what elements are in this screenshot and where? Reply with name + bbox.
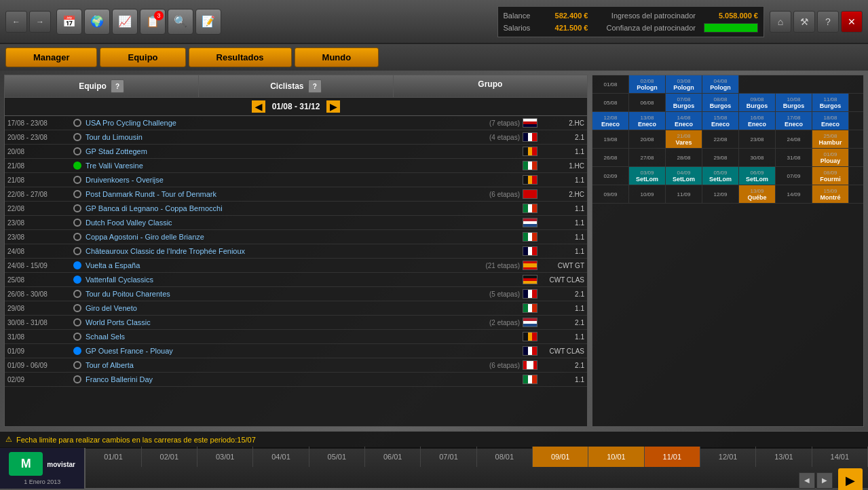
timeline-month[interactable]: 08/01 <box>477 447 533 467</box>
back-button[interactable]: ← <box>5 11 27 33</box>
chart-button[interactable]: 📈 <box>112 9 138 35</box>
race-name[interactable]: Post Danmark Rundt - Tour of Denmark <box>86 190 487 198</box>
calendar-button[interactable]: 📅 <box>56 9 82 35</box>
calendar-event[interactable]: 12/08Eneco <box>592 112 629 130</box>
sponsor-trust-label: Confianza del patrocinador <box>607 24 700 32</box>
race-name[interactable]: Tour du Poitou Charentes <box>86 290 487 298</box>
calendar-event[interactable]: 17/08Eneco <box>776 112 812 130</box>
race-name[interactable]: GP Ouest France - Plouay <box>86 347 520 355</box>
timeline-prev[interactable]: ◀ <box>799 472 815 489</box>
timeline-next[interactable]: ▶ <box>816 472 833 489</box>
race-name[interactable]: Coppa Agostoni - Giro delle Brianze <box>86 233 520 241</box>
period-next[interactable]: ▶ <box>326 100 340 113</box>
home-button[interactable]: ⌂ <box>770 11 791 33</box>
calendar-event[interactable]: 21/08Vares <box>666 130 702 148</box>
race-name[interactable]: Druivenkoers - Overijse <box>86 176 520 184</box>
calendar-event[interactable]: 18/08Eneco <box>812 112 849 130</box>
calendar-date-label: 17/08 <box>787 115 800 121</box>
race-name[interactable]: USA Pro Cycling Challenge <box>86 119 487 127</box>
race-name[interactable]: Vattenfall Cyclassics <box>86 276 520 284</box>
tab-equipo-panel[interactable]: Equipo ? <box>5 75 199 97</box>
calendar-event[interactable]: 11/08Burgos <box>812 94 849 111</box>
calendar-event[interactable]: 02/08Pologn <box>629 75 666 93</box>
calendar-event[interactable]: 05/09SetLom <box>702 167 739 185</box>
calendar-event[interactable]: 09/08Burgos <box>739 94 776 111</box>
race-name[interactable]: GP Stad Zottegem <box>86 147 520 155</box>
race-name[interactable]: Tre Valli Varesine <box>86 162 520 170</box>
race-date: 24/08 - 15/09 <box>7 262 72 269</box>
help-button[interactable]: ? <box>817 11 839 33</box>
timeline-month[interactable]: 02/01 <box>142 447 197 467</box>
tab-resultados[interactable]: Resultados <box>189 48 292 67</box>
race-name[interactable]: World Ports Classic <box>86 318 487 326</box>
calendar-event-label: Eneco <box>785 121 803 128</box>
tab-mundo[interactable]: Mundo <box>295 48 379 67</box>
race-name[interactable]: GP Banca di Legnano - Coppa Bernocchi <box>86 204 520 212</box>
timeline-month[interactable]: 04/01 <box>253 447 309 467</box>
forward-button[interactable]: → <box>29 11 51 33</box>
help-ciclistas[interactable]: ? <box>308 79 322 93</box>
settings-button[interactable]: ⚒ <box>793 11 815 33</box>
calendar-event[interactable]: 14/08Eneco <box>666 112 702 130</box>
calendar-event[interactable]: 01/09Plouay <box>812 149 849 166</box>
calendar-event-label: Plouay <box>820 157 841 164</box>
timeline-month[interactable]: 06/01 <box>365 447 421 467</box>
timeline-month[interactable]: 01/01 <box>86 447 141 467</box>
calendar-date-label: 31/08 <box>787 155 800 161</box>
calendar-date-label: 27/08 <box>640 155 654 161</box>
calendar-event[interactable]: 25/08Hambur <box>812 130 849 148</box>
timeline-month[interactable]: 03/01 <box>197 447 253 467</box>
calendar-event[interactable]: 16/08Eneco <box>739 112 776 130</box>
tasks-button[interactable]: 📋 3 <box>140 9 166 35</box>
race-category: 2.HC <box>540 119 584 127</box>
race-name[interactable]: Franco Ballerini Day <box>86 375 520 383</box>
timeline-month[interactable]: 05/01 <box>309 447 365 467</box>
race-flag <box>523 175 537 185</box>
race-name[interactable]: Châteauroux Classic de l'Indre Trophée F… <box>86 247 520 255</box>
race-name[interactable]: Schaal Sels <box>86 333 520 341</box>
race-name[interactable]: Giro del Veneto <box>86 304 520 312</box>
timeline-month[interactable]: 11/01 <box>645 447 700 467</box>
notes-button[interactable]: 📝 <box>195 9 221 35</box>
calendar-event[interactable]: 13/08Eneco <box>629 112 666 130</box>
status-empty-icon <box>73 247 81 255</box>
period-prev[interactable]: ◀ <box>252 100 265 113</box>
timeline-month[interactable]: 07/01 <box>421 447 476 467</box>
timeline-month[interactable]: 13/01 <box>756 447 812 467</box>
race-name[interactable]: Vuelta a España <box>86 261 483 269</box>
race-row: 26/08 - 30/08 Tour du Poitou Charentes (… <box>5 287 587 301</box>
calendar-event[interactable]: 04/09SetLom <box>666 167 702 185</box>
timeline-month[interactable]: 12/01 <box>700 447 756 467</box>
calendar-date-label: 09/09 <box>603 191 617 197</box>
calendar-date-label: 19/08 <box>603 136 617 143</box>
race-name[interactable]: Dutch Food Valley Classic <box>86 219 520 227</box>
play-button[interactable]: ▶ <box>838 468 863 491</box>
race-stages: (6 etapas) <box>489 362 520 369</box>
tab-ciclistas-panel[interactable]: Ciclistas ? <box>199 75 393 97</box>
close-button[interactable]: ✕ <box>841 11 863 33</box>
tab-grupo-panel[interactable]: Grupo <box>394 75 587 97</box>
calendar-event[interactable]: 10/08Burgos <box>776 94 812 111</box>
tab-manager[interactable]: Manager <box>5 48 97 67</box>
calendar-event[interactable]: 15/09Montré <box>812 185 849 203</box>
race-category: 1.1 <box>540 176 584 184</box>
world-button[interactable]: 🌍 <box>84 9 110 35</box>
calendar-event[interactable]: 06/09SetLom <box>739 167 776 185</box>
calendar-event[interactable]: 03/09SetLom <box>629 167 666 185</box>
timeline-month[interactable]: 09/01 <box>533 447 588 467</box>
race-name[interactable]: Tour du Limousin <box>86 133 487 141</box>
calendar-event[interactable]: 08/08Burgos <box>702 94 739 111</box>
tab-equipo[interactable]: Equipo <box>100 48 185 67</box>
warning-icon: ⚠ <box>5 435 12 444</box>
calendar-event[interactable]: 13/09Québe <box>739 185 776 203</box>
calendar-event[interactable]: 15/08Eneco <box>702 112 739 130</box>
timeline-month[interactable]: 14/01 <box>812 447 868 467</box>
calendar-event[interactable]: 07/08Burgos <box>666 94 702 111</box>
calendar-event[interactable]: 04/08Pologn <box>702 75 739 93</box>
help-equipo[interactable]: ? <box>111 79 124 93</box>
timeline-month[interactable]: 10/01 <box>588 447 644 467</box>
search-button[interactable]: 🔍 <box>168 9 193 35</box>
calendar-event[interactable]: 03/08Pologn <box>666 75 702 93</box>
race-name[interactable]: Tour of Alberta <box>86 361 487 369</box>
calendar-event[interactable]: 08/09Fourmi <box>812 167 849 185</box>
